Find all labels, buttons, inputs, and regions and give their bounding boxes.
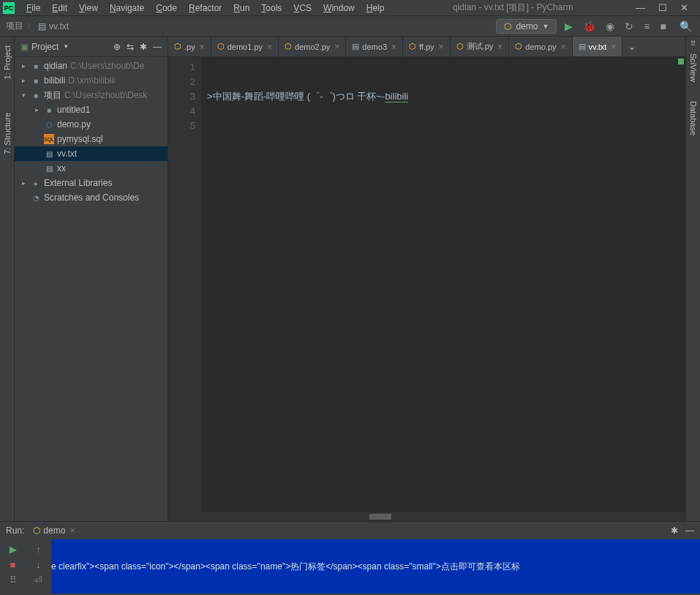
close-icon[interactable]: × [69, 525, 75, 536]
editor[interactable]: 12345 >中国舞-舞蹈-哔哩哔哩 (゜-゜)つロ 干杯~-bilibili [168, 57, 685, 512]
menu-navigate[interactable]: Navigate [104, 1, 150, 15]
tree-item-untitled1[interactable]: ▸■untitled1 [15, 102, 168, 117]
close-button[interactable]: ✕ [680, 2, 688, 13]
menu-icon[interactable]: ⠿ [690, 40, 696, 48]
locate-icon[interactable]: ⊕ [113, 42, 121, 52]
sciview-tab[interactable]: SciView [688, 48, 699, 88]
wrap-button[interactable]: ⏎ [34, 575, 42, 585]
down-button[interactable]: ↓ [36, 559, 41, 570]
python-icon: ⬡ [33, 525, 40, 536]
project-tree[interactable]: ▸■qidianC:\Users\zhoub\De▸■bilibiliD:\xm… [15, 57, 168, 521]
project-icon: ▣ [20, 42, 29, 52]
editor-tabs: ⬡.py×⬡demo1.py×⬡demo2.py×▤demo3×⬡ff.py×⬡… [168, 37, 685, 57]
menu-file[interactable]: File [20, 1, 46, 15]
run-panel: Run: ⬡ demo × ✱ — ▶ ■ ⠿ ↑ ↓ ⏎ e clearfix… [0, 521, 700, 594]
run-config-select[interactable]: ⬡ demo ▼ [496, 19, 557, 34]
console-output[interactable]: e clearfix"><span class="icon"></span><s… [51, 539, 700, 594]
tab-demo.py[interactable]: ⬡demo.py× [509, 37, 572, 56]
menu-view[interactable]: View [73, 1, 104, 15]
menu-window[interactable]: Window [317, 1, 361, 15]
menu-tools[interactable]: Tools [255, 1, 287, 15]
tab-ff.py[interactable]: ⬡ff.py× [403, 37, 451, 56]
run-panel-header: Run: ⬡ demo × ✱ — [0, 522, 700, 539]
layout-button[interactable]: ⠿ [10, 575, 17, 585]
hide-panel-icon[interactable]: — [685, 525, 694, 536]
menu-code[interactable]: Code [150, 1, 183, 15]
sidebar-header: ▣ Project ▼ ⊕ ⇆ ✱ — [15, 37, 168, 57]
horizontal-scrollbar[interactable] [168, 512, 685, 521]
tree-item-External Libraries[interactable]: ▸▸External Libraries [15, 176, 168, 190]
stop-button[interactable]: ■ [10, 559, 16, 570]
hide-icon[interactable]: — [153, 42, 162, 52]
tree-item-bilibili[interactable]: ▸■bilibiliD:\xm\bilibili [15, 73, 168, 88]
run-label: Run: [6, 525, 24, 536]
concurrency-button[interactable]: ≡ [641, 20, 652, 32]
chevron-down-icon[interactable]: ▼ [63, 43, 69, 50]
maximize-button[interactable]: ☐ [658, 2, 667, 13]
close-icon[interactable]: × [561, 42, 566, 52]
code-line-2: >中国舞-舞蹈-哔哩哔哩 (゜-゜)つロ 干杯~-bilibili [207, 91, 411, 102]
up-button[interactable]: ↑ [36, 544, 41, 555]
rerun-button[interactable]: ▶ [10, 544, 17, 555]
tree-item-Scratches and Consoles[interactable]: ◔Scratches and Consoles [15, 190, 168, 205]
minimize-button[interactable]: — [636, 2, 645, 13]
run-button[interactable]: ▶ [562, 20, 575, 32]
tab-.py[interactable]: ⬡.py× [168, 37, 211, 56]
close-icon[interactable]: × [334, 42, 339, 52]
menu-edit[interactable]: Edit [46, 1, 73, 15]
tree-item-xx[interactable]: ▤xx [15, 161, 168, 176]
settings-icon[interactable]: ✱ [140, 42, 147, 52]
close-icon[interactable]: × [391, 42, 396, 52]
close-icon[interactable]: × [497, 42, 503, 52]
editor-area: ⬡.py×⬡demo1.py×⬡demo2.py×▤demo3×⬡ff.py×⬡… [168, 37, 685, 521]
close-icon[interactable]: × [611, 42, 616, 52]
main-area: 1: Project 7: Structure ▣ Project ▼ ⊕ ⇆ … [0, 37, 700, 521]
run-tab-label: demo [43, 525, 65, 536]
gear-icon[interactable]: ✱ [671, 525, 678, 536]
python-icon: ⬡ [504, 21, 511, 31]
gutter: 12345 [168, 57, 201, 512]
structure-tool-tab[interactable]: 7: Structure [1, 107, 13, 160]
tab-vv.txt[interactable]: ▤vv.txt× [573, 37, 623, 56]
collapse-icon[interactable]: ⇆ [127, 42, 134, 52]
tab-测试.py[interactable]: ⬡测试.py× [451, 37, 510, 56]
code-content[interactable]: >中国舞-舞蹈-哔哩哔哩 (゜-゜)つロ 干杯~-bilibili [201, 57, 677, 512]
debug-button[interactable]: 🐞 [581, 20, 598, 32]
run-config-label: demo [516, 21, 538, 31]
menu-vcs[interactable]: VCS [287, 1, 317, 15]
code-line-5 [207, 135, 210, 146]
close-icon[interactable]: × [267, 42, 272, 52]
coverage-button[interactable]: ◉ [603, 20, 617, 32]
tree-item-demo.py[interactable]: ⬡demo.py [15, 117, 168, 132]
code-line-4 [207, 120, 210, 131]
tabs-overflow[interactable]: ⌄ [622, 42, 641, 52]
breadcrumb-root[interactable]: 项目 [6, 20, 23, 32]
run-tab[interactable]: ⬡ demo × [29, 524, 79, 537]
profile-button[interactable]: ↻ [622, 20, 636, 32]
tab-demo3[interactable]: ▤demo3× [346, 37, 403, 56]
text-file-icon: ▤ [38, 21, 46, 31]
close-icon[interactable]: × [200, 42, 205, 52]
search-button[interactable]: 🔍 [677, 20, 694, 32]
breadcrumb-file[interactable]: vv.txt [49, 21, 69, 31]
menu-refactor[interactable]: Refactor [183, 1, 227, 15]
database-tab[interactable]: Database [688, 95, 699, 141]
error-stripe[interactable] [677, 57, 685, 512]
breadcrumb[interactable]: 项目 〉 ▤ vv.txt [6, 20, 69, 32]
menu-run[interactable]: Run [227, 1, 255, 15]
code-line-1 [207, 76, 210, 87]
tab-demo2.py[interactable]: ⬡demo2.py× [279, 37, 346, 56]
tab-demo1.py[interactable]: ⬡demo1.py× [211, 37, 279, 56]
menu-help[interactable]: Help [361, 1, 391, 15]
pycharm-icon: PC [3, 2, 15, 14]
tree-item-pymysql.sql[interactable]: SQLpymysql.sql [15, 132, 168, 146]
tree-item-qidian[interactable]: ▸■qidianC:\Users\zhoub\De [15, 59, 168, 73]
menubar: PC FileEditViewNavigateCodeRefactorRunTo… [0, 0, 700, 16]
project-tool-tab[interactable]: 1: Project [1, 40, 13, 85]
sidebar-title: Project [31, 42, 59, 52]
stop-button[interactable]: ■ [658, 20, 669, 32]
close-icon[interactable]: × [439, 42, 444, 52]
tree-item-vv.txt[interactable]: ▤vv.txt [15, 146, 168, 161]
tree-item-项目[interactable]: ▾■项目C:\Users\zhoub\Desk [15, 88, 168, 102]
navbar: 项目 〉 ▤ vv.txt ⬡ demo ▼ ▶ 🐞 ◉ ↻ ≡ ■ 🔍 [0, 16, 700, 37]
